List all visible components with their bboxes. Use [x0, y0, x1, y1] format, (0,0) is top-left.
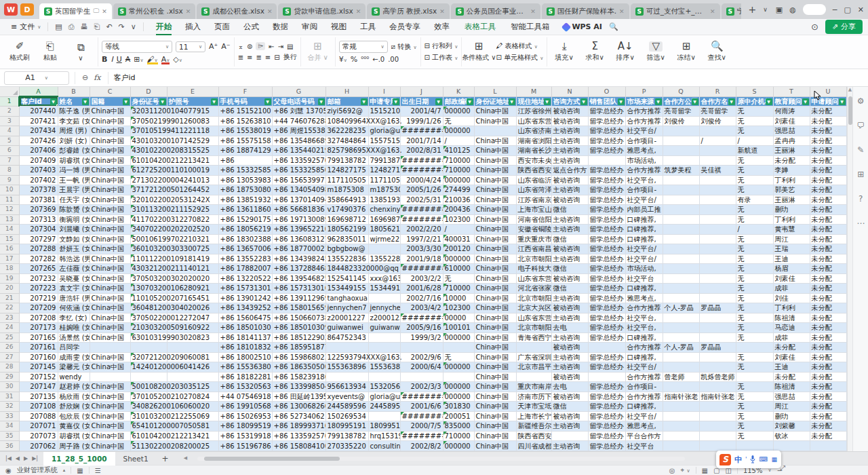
- cell-R36[interactable]: [699, 441, 736, 451]
- filter-dropdown-icon[interactable]: ▼: [766, 98, 772, 105]
- menu-6[interactable]: 视图: [324, 20, 353, 33]
- cell-O14[interactable]: 留学总经办: [588, 225, 625, 235]
- cell-O7[interactable]: [588, 155, 625, 166]
- cell-K14[interactable]: /: [443, 225, 474, 235]
- cell-K28[interactable]: 000000: [443, 362, 474, 373]
- cell-U18[interactable]: 未分配: [810, 264, 846, 274]
- cell-J25[interactable]: 1999/3/2: [400, 332, 443, 343]
- cell-F5[interactable]: +86 15575158: [218, 136, 272, 146]
- cell-C31[interactable]: China中国: [90, 392, 130, 402]
- cell-L21[interactable]: China中国: [474, 293, 516, 303]
- cell-D20[interactable]: 130703200106280921: [130, 284, 167, 294]
- filter-dropdown-icon[interactable]: ▼: [728, 98, 735, 105]
- cell-A33[interactable]: 207088: [19, 411, 58, 421]
- col-header-S[interactable]: S: [736, 87, 773, 96]
- cell-P4[interactable]: 社交平台/: [625, 126, 663, 136]
- cell-D13[interactable]: 411702200312270822: [130, 214, 167, 225]
- cell-F4[interactable]: +86 15538019: [218, 126, 272, 136]
- cell-I36[interactable]: consulting: [368, 441, 400, 451]
- cell-P3[interactable]: 合作方推荐: [625, 116, 663, 126]
- cell-O35[interactable]: 留学总经办: [588, 431, 625, 441]
- cell-A23[interactable]: 207208: [19, 313, 58, 323]
- cell-G13[interactable]: +86 1971300890: [272, 214, 326, 225]
- cell-T19[interactable]: 刘素佳: [773, 273, 810, 284]
- filter-dropdown-icon[interactable]: ▼: [159, 98, 166, 105]
- col-header-I[interactable]: I: [368, 87, 400, 96]
- col-header-G[interactable]: G: [272, 87, 326, 96]
- cell-R18[interactable]: [699, 264, 736, 274]
- cell-B10[interactable]: 王晨宇 (男: [58, 185, 90, 195]
- cell-K32[interactable]: 301830: [443, 402, 474, 412]
- cell-L24[interactable]: China中国: [474, 323, 516, 333]
- cell-K9[interactable]: 000000: [443, 175, 474, 185]
- col-header-E[interactable]: E: [167, 87, 218, 96]
- cell-O22[interactable]: 留学总经办: [588, 303, 625, 314]
- row-header-5[interactable]: 5: [0, 136, 19, 146]
- cell-H11[interactable]: 358664913: [326, 195, 368, 205]
- cell-D32[interactable]: 340826200106060020: [130, 402, 167, 412]
- cell-H21[interactable]: tanghaoxua: [326, 293, 368, 303]
- row-header-23[interactable]: 23: [0, 313, 19, 323]
- cell-H36[interactable]: 270335220: [326, 441, 368, 451]
- cell-U32[interactable]: 未分配: [810, 402, 846, 412]
- cell-N29[interactable]: 被动咨询: [551, 372, 588, 382]
- cell-Q19[interactable]: [663, 273, 699, 284]
- cell-Q27[interactable]: [663, 352, 699, 362]
- cell-B29[interactable]: wendy: [58, 372, 90, 382]
- cell-O18[interactable]: 留学总经办: [588, 264, 625, 274]
- cell-F34[interactable]: +86 18099519: [218, 421, 272, 432]
- cell-N28[interactable]: 主动咨询: [551, 362, 588, 373]
- cell-R34[interactable]: [699, 421, 736, 432]
- cell-O25[interactable]: 留学总经办: [588, 332, 625, 343]
- col-header-K[interactable]: K: [443, 87, 474, 96]
- field-header-A[interactable]: 客户id▼: [19, 96, 58, 107]
- cell-P26[interactable]: 合作方推荐: [625, 343, 663, 353]
- cell-A15[interactable]: 207297: [19, 234, 58, 244]
- cell-R32[interactable]: [699, 402, 736, 412]
- cell-K5[interactable]: /: [443, 136, 474, 146]
- cell-L29[interactable]: China中国: [474, 372, 516, 382]
- cell-G21[interactable]: +86 1391129694: [272, 293, 326, 303]
- cell-D16[interactable]: 360103200303300725: [130, 244, 167, 254]
- cell-I8[interactable]: 124827175: [368, 166, 400, 176]
- cell-A21[interactable]: 207219: [19, 293, 58, 303]
- menu-8[interactable]: 会员专享: [382, 20, 427, 33]
- cell-L34[interactable]: China中国: [474, 421, 516, 432]
- rail-comment-icon[interactable]: 🗩: [856, 121, 865, 130]
- cell-N13[interactable]: 主动咨询: [551, 214, 588, 225]
- col-header-R[interactable]: R: [699, 87, 736, 96]
- cell-R29[interactable]: 凯烁曾老师: [699, 372, 736, 382]
- sheet-table[interactable]: ABCDEFGHIJKLMNOPQRSTU1客户id▼姓名▼国籍▼身份证号▼护照…: [0, 87, 847, 451]
- filter-dropdown-icon[interactable]: ▼: [655, 98, 662, 105]
- document-tab-1[interactable]: S常州公积金 .xlsx✕: [113, 3, 196, 19]
- fill-color-button[interactable]: 🖌∨: [147, 55, 158, 64]
- cell-A19[interactable]: 207232: [19, 273, 58, 284]
- sogou-logo-icon[interactable]: S: [719, 454, 731, 466]
- cell-U3[interactable]: 未分配: [810, 116, 846, 126]
- cell-M12[interactable]: 上海市宝山: [516, 205, 551, 215]
- close-tab-icon[interactable]: ✕: [619, 8, 625, 15]
- cell-O26[interactable]: [588, 343, 625, 353]
- cell-H2[interactable]: ziyi5692@: [326, 107, 368, 117]
- cell-Q22[interactable]: 个人-罗晶: [663, 303, 699, 314]
- cell-R16[interactable]: [699, 244, 736, 254]
- cell-P14[interactable]: 口碑推荐,: [625, 225, 663, 235]
- cell-D33[interactable]: 310103200212255069: [130, 411, 167, 421]
- cell-F27[interactable]: +86 18002510: [218, 352, 272, 362]
- cell-C33[interactable]: China中国: [90, 411, 130, 421]
- cell-M19[interactable]: 山东省东营: [516, 273, 551, 284]
- cell-R13[interactable]: [699, 214, 736, 225]
- cell-M22[interactable]: 北京大兴区: [516, 303, 551, 314]
- cell-I9[interactable]: 117110505: [368, 175, 400, 185]
- cell-C26[interactable]: [90, 343, 130, 353]
- cell-O28[interactable]: 留学总经办: [588, 362, 625, 373]
- redo-icon[interactable]: ↷: [119, 22, 125, 31]
- cell-E26[interactable]: [167, 343, 218, 353]
- cell-Q13[interactable]: [663, 214, 699, 225]
- cell-T16[interactable]: 王瑞: [773, 244, 810, 254]
- cell-C18[interactable]: China中国: [90, 264, 130, 274]
- cell-M5[interactable]: 湖南省浏阳: [516, 136, 551, 146]
- cell-O29[interactable]: [588, 372, 625, 382]
- cell-A12[interactable]: 207369: [19, 205, 58, 215]
- cell-A3[interactable]: 207421: [19, 116, 58, 126]
